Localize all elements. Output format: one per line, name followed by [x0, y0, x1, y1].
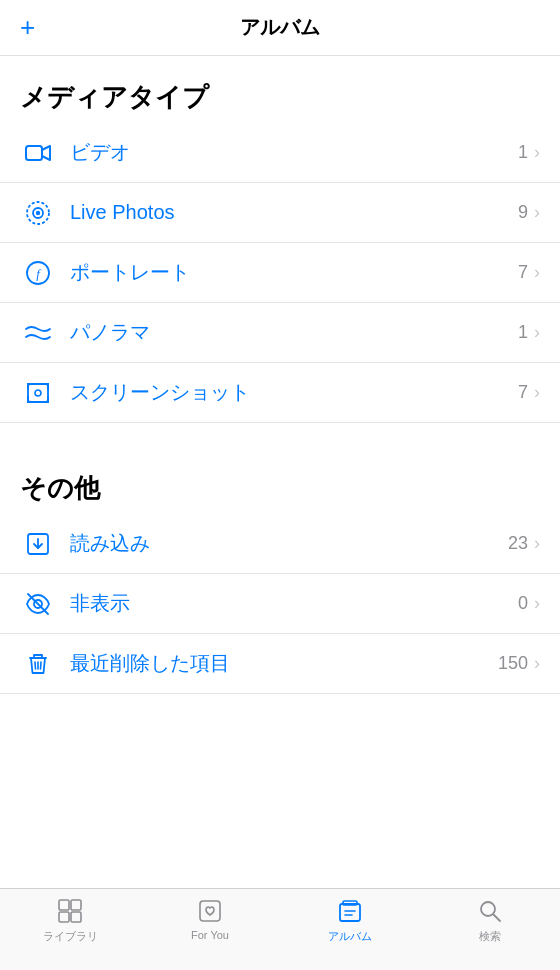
library-tab-icon	[56, 897, 84, 925]
portrait-icon: f	[20, 255, 56, 291]
live-photos-count: 9	[518, 202, 528, 223]
list-item-screenshot[interactable]: スクリーンショット 7 ›	[0, 363, 560, 423]
svg-rect-6	[28, 384, 48, 402]
tab-albums[interactable]: アルバム	[280, 897, 420, 944]
trash-icon	[20, 646, 56, 682]
tab-library[interactable]: ライブラリ	[0, 897, 140, 944]
video-chevron: ›	[534, 142, 540, 163]
svg-rect-15	[59, 900, 69, 910]
svg-rect-21	[343, 901, 357, 905]
for-you-tab-label: For You	[191, 929, 229, 941]
recently-deleted-count: 150	[498, 653, 528, 674]
live-photos-chevron: ›	[534, 202, 540, 223]
library-tab-label: ライブラリ	[43, 929, 98, 944]
import-icon	[20, 526, 56, 562]
header-title: アルバム	[240, 14, 320, 41]
panorama-label: パノラマ	[70, 319, 518, 346]
tab-for-you[interactable]: For You	[140, 897, 280, 941]
imports-chevron: ›	[534, 533, 540, 554]
svg-rect-17	[59, 912, 69, 922]
add-button[interactable]: +	[20, 12, 35, 43]
list-item-recently-deleted[interactable]: 最近削除した項目 150 ›	[0, 634, 560, 694]
panorama-chevron: ›	[534, 322, 540, 343]
svg-rect-16	[71, 900, 81, 910]
live-photos-label: Live Photos	[70, 201, 518, 224]
video-icon	[20, 135, 56, 171]
content-area: メディアタイプ ビデオ 1 › Live Photos 9 ›	[0, 56, 560, 894]
list-item-video[interactable]: ビデオ 1 ›	[0, 123, 560, 183]
screenshot-count: 7	[518, 382, 528, 403]
hidden-icon	[20, 586, 56, 622]
search-tab-label: 検索	[479, 929, 501, 944]
svg-line-25	[494, 915, 501, 922]
list-item-hidden[interactable]: 非表示 0 ›	[0, 574, 560, 634]
panorama-count: 1	[518, 322, 528, 343]
svg-line-14	[41, 662, 42, 669]
panorama-icon	[20, 315, 56, 351]
hidden-label: 非表示	[70, 590, 518, 617]
albums-tab-icon	[336, 897, 364, 925]
tab-bar: ライブラリ For You アルバム	[0, 888, 560, 970]
svg-rect-20	[340, 904, 360, 921]
svg-point-7	[35, 390, 41, 396]
live-photo-icon	[20, 195, 56, 231]
albums-tab-label: アルバム	[328, 929, 372, 944]
portrait-label: ポートレート	[70, 259, 518, 286]
imports-label: 読み込み	[70, 530, 508, 557]
list-item-imports[interactable]: 読み込み 23 ›	[0, 514, 560, 574]
portrait-count: 7	[518, 262, 528, 283]
section-spacer	[0, 423, 560, 447]
recently-deleted-label: 最近削除した項目	[70, 650, 498, 677]
video-label: ビデオ	[70, 139, 518, 166]
imports-count: 23	[508, 533, 528, 554]
portrait-chevron: ›	[534, 262, 540, 283]
hidden-chevron: ›	[534, 593, 540, 614]
hidden-count: 0	[518, 593, 528, 614]
header: + アルバム	[0, 0, 560, 56]
list-item-live-photos[interactable]: Live Photos 9 ›	[0, 183, 560, 243]
screenshot-icon	[20, 375, 56, 411]
section-title-media-types: メディアタイプ	[0, 56, 560, 123]
section-title-other: その他	[0, 447, 560, 514]
svg-line-12	[35, 662, 36, 669]
video-count: 1	[518, 142, 528, 163]
recently-deleted-chevron: ›	[534, 653, 540, 674]
for-you-tab-icon	[196, 897, 224, 925]
list-item-panorama[interactable]: パノラマ 1 ›	[0, 303, 560, 363]
screenshot-chevron: ›	[534, 382, 540, 403]
svg-rect-19	[200, 901, 220, 921]
svg-text:f: f	[36, 266, 42, 281]
list-item-portrait[interactable]: f ポートレート 7 ›	[0, 243, 560, 303]
svg-point-3	[36, 210, 40, 214]
tab-search[interactable]: 検索	[420, 897, 560, 944]
svg-rect-0	[26, 146, 42, 160]
search-tab-icon	[476, 897, 504, 925]
screenshot-label: スクリーンショット	[70, 379, 518, 406]
svg-rect-18	[71, 912, 81, 922]
